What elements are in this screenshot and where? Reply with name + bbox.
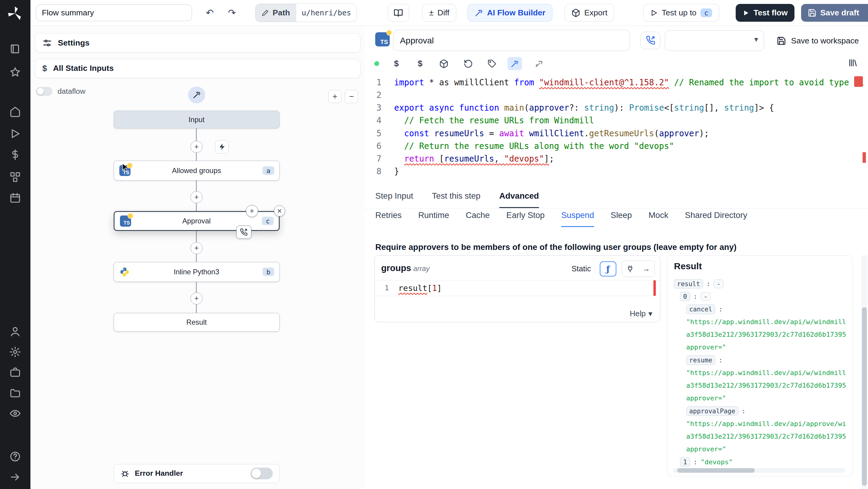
plug-button[interactable] [622,261,638,277]
variable-picker-icon[interactable]: $ [389,57,404,70]
schedules-icon[interactable] [9,192,21,204]
apply-arrow-button[interactable]: → [638,261,654,277]
redo-button[interactable]: ↷ [223,5,241,21]
result-key[interactable]: 0 [680,292,690,301]
insert-step-button[interactable]: + [190,191,203,203]
audit-logs-icon[interactable] [9,407,21,419]
folders-icon[interactable] [9,387,21,399]
result-key[interactable]: resume [686,356,715,365]
node-input[interactable]: Input [114,111,280,128]
all-static-inputs-row[interactable]: $ All Static Inputs [35,59,361,78]
result-key[interactable]: cancel [686,305,715,314]
help-link[interactable]: Help ▾ [630,309,652,318]
trigger-step-button[interactable] [215,140,228,153]
home-icon[interactable] [9,106,21,118]
windmill-logo[interactable] [7,5,23,22]
subtab-retries[interactable]: Retries [375,210,401,227]
subtab-suspend[interactable]: Suspend [561,210,594,227]
step-editor-panel: TS ▾ Save to workspace $ $ 1import * as … [365,26,868,489]
test-flow-button[interactable]: Test flow [736,4,794,22]
result-key[interactable]: approvalPage [686,406,738,416]
vertical-scrollbar-thumb[interactable] [862,307,867,485]
resources-icon[interactable] [9,171,21,183]
tab-step-input[interactable]: Step Input [375,191,413,208]
groups-expression-editor[interactable]: 1 result[1] [375,280,660,296]
error-marker [854,76,863,87]
insert-step-button[interactable]: + [190,242,203,254]
step-name-input[interactable] [393,30,630,51]
test-up-to-button[interactable]: Test up to c [643,4,719,22]
workspace-script-select[interactable]: ▾ [665,30,764,51]
result-title: Result [674,261,846,271]
ai-flow-builder-button[interactable]: AI Flow Builder [467,4,553,22]
tab-test-this-step[interactable]: Test this step [432,191,480,208]
workers-icon[interactable] [9,367,21,378]
zoom-out-button[interactable]: − [345,90,358,103]
node-inline-python3[interactable]: Inline Python3 b [114,262,280,282]
result-key[interactable]: 1 [680,457,690,467]
collapse-toggle[interactable]: - [714,279,724,288]
code-text: // Fetch the resume URLs from Windmill [394,114,594,127]
insert-step-button[interactable]: + [190,141,203,153]
flow-settings-row[interactable]: Settings [35,33,361,53]
flow-summary-input[interactable] [36,4,192,21]
node-allowed-groups[interactable]: TS Allowed groups a [114,161,280,181]
save-draft-button[interactable]: Save draft [801,4,868,22]
code-line: 6 // Return the resume URLs along with t… [365,140,868,152]
star-icon[interactable] [9,66,21,78]
delete-step-button[interactable]: ✕ [274,205,285,216]
dataflow-control: dataflow [36,87,85,96]
static-mode-button[interactable]: Static [568,264,594,274]
save-to-workspace-button[interactable]: Save to workspace [773,33,862,49]
package-icon[interactable] [437,57,451,70]
expression-mode-button[interactable]: ƒ [600,262,616,276]
tag-icon[interactable] [485,57,499,70]
resource-picker-icon[interactable]: $ [413,57,427,70]
suspend-indicator-button[interactable] [236,225,251,239]
ai-wand-icon[interactable] [507,57,522,70]
path-editor[interactable]: Path u/henri/bes [255,4,357,22]
path-label: Path [255,4,296,22]
subtab-sleep[interactable]: Sleep [611,210,632,227]
horizontal-scrollbar-thumb[interactable] [677,468,755,473]
subtab-cache[interactable]: Cache [466,210,490,227]
field-name: groups [381,263,411,273]
reset-icon[interactable] [461,57,475,70]
runs-icon[interactable] [9,128,21,140]
undo-button[interactable]: ↶ [201,5,219,21]
error-handler-toggle[interactable] [250,467,273,479]
subtab-runtime[interactable]: Runtime [418,210,450,227]
library-icon[interactable] [844,57,861,69]
node-result[interactable]: Result [114,313,280,332]
collapse-toggle[interactable]: - [701,292,711,301]
wand-sparkles-icon[interactable] [532,57,547,70]
code-line: 8} [365,165,868,178]
arrow-right-icon: → [642,265,650,273]
dataflow-label: dataflow [58,87,85,96]
result-key[interactable]: result [674,279,703,288]
settings-gear-icon[interactable] [9,346,21,358]
expand-sidebar-icon[interactable] [9,471,21,483]
subtab-early-stop[interactable]: Early Stop [506,210,545,227]
save-icon [808,8,816,17]
docs-button[interactable] [388,4,409,22]
subtab-shared-directory[interactable]: Shared Directory [685,210,747,227]
app-sidebar [0,0,30,489]
diff-button[interactable]: ± Diff [422,4,456,22]
editor-toolbar: $ $ [365,56,868,72]
suspend-phone-button[interactable] [641,32,660,50]
line-number: 8 [365,165,381,178]
tab-advanced[interactable]: Advanced [499,191,539,208]
subtab-mock[interactable]: Mock [649,210,669,227]
dataflow-toggle[interactable] [36,87,53,96]
user-icon[interactable] [9,326,21,337]
export-button[interactable]: Export [564,4,614,22]
zoom-in-button[interactable]: + [328,90,341,103]
move-step-button[interactable]: + [246,205,258,217]
insert-step-button[interactable]: + [190,293,203,305]
ai-flow-wand-button[interactable] [188,87,205,104]
code-editor[interactable]: 1import * as wmillClient from "windmill-… [365,73,868,191]
help-icon[interactable] [9,451,21,462]
variables-icon[interactable] [9,149,21,161]
journal-icon[interactable] [9,43,21,55]
